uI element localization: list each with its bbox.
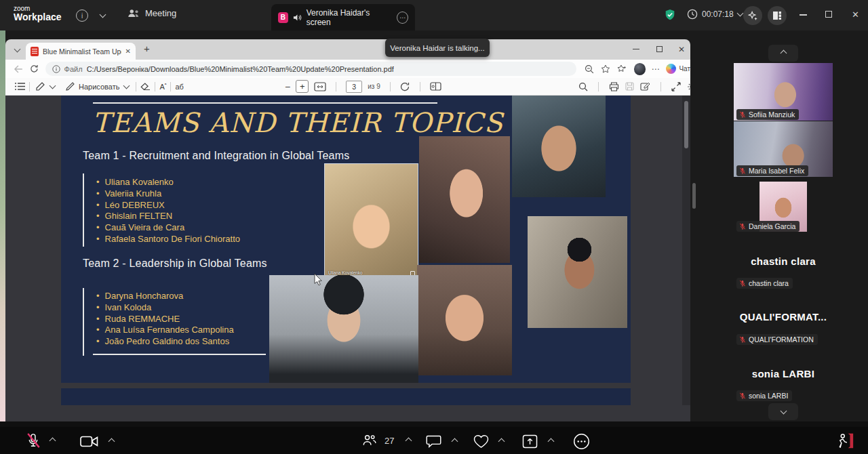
slide-page-4-peek xyxy=(61,388,631,405)
video-options-chevron[interactable] xyxy=(108,438,115,445)
favorite-star-icon[interactable] xyxy=(601,64,610,74)
leave-meeting-button[interactable] xyxy=(835,432,854,452)
photo-woman-selfie xyxy=(419,136,510,263)
zoom-workplace-logo: zoom Workplace xyxy=(14,5,62,22)
copilot-label: Чат xyxy=(679,65,690,73)
mute-control[interactable] xyxy=(26,432,55,449)
back-icon[interactable] xyxy=(14,65,23,73)
read-aloud-button[interactable]: Aᵃ xyxy=(159,82,166,91)
fullscreen-icon[interactable] xyxy=(671,82,681,91)
save-as-icon[interactable] xyxy=(640,82,650,91)
participant-display-name[interactable]: QUALI'FORMAT... xyxy=(732,311,834,323)
chevron-down-icon[interactable] xyxy=(100,12,106,18)
browser-tab-title: Blue Minimalist Team Update Pres xyxy=(43,47,121,56)
tab-meeting[interactable]: Meeting xyxy=(127,8,176,18)
chat-options-chevron[interactable] xyxy=(452,438,458,445)
refresh-icon[interactable] xyxy=(30,64,39,73)
draw-pen-icon[interactable] xyxy=(66,82,75,91)
video-control[interactable] xyxy=(80,436,114,447)
pdf-toolbar: Нарисовать Aᵃ аб − + 3 из 9 xyxy=(5,78,690,96)
search-icon[interactable] xyxy=(578,82,588,91)
info-icon[interactable]: i xyxy=(76,9,88,22)
pdf-page-input[interactable]: 3 xyxy=(346,81,362,93)
profile-avatar[interactable] xyxy=(634,63,646,75)
page-view-icon[interactable] xyxy=(430,82,441,91)
reactions-control[interactable] xyxy=(473,434,504,449)
maximize-button[interactable] xyxy=(825,11,832,18)
highlighter-chevron-icon[interactable] xyxy=(50,82,56,89)
browser-tab-active[interactable]: Blue Minimalist Team Update Pres ✕ xyxy=(26,43,136,60)
reactions-options-chevron[interactable] xyxy=(498,438,505,445)
browser-minimize-button[interactable] xyxy=(633,49,639,49)
minimize-button[interactable] xyxy=(800,14,807,16)
list-item: Rafaela Santoro De Fiori Chioratto xyxy=(96,234,240,245)
muted-mic-icon xyxy=(26,432,41,449)
participant-display-name[interactable]: sonia LARBI xyxy=(732,368,834,379)
copilot-button[interactable]: Чат xyxy=(666,64,690,74)
text-tool-button[interactable]: аб xyxy=(175,83,183,91)
print-icon[interactable] xyxy=(609,82,619,91)
page-info-icon[interactable] xyxy=(52,65,60,73)
team1-heading: Team 1 - Recruitment and Integration in … xyxy=(83,150,349,162)
draw-tool-label[interactable]: Нарисовать xyxy=(79,83,119,91)
participants-options-chevron[interactable] xyxy=(406,437,412,444)
toc-icon[interactable] xyxy=(15,83,25,91)
zoom-control-bar: 27 xyxy=(0,427,868,454)
tab-search-chevron-icon[interactable] xyxy=(14,46,21,53)
people-icon xyxy=(127,9,140,18)
mute-options-chevron[interactable] xyxy=(50,438,56,445)
tab-close-icon[interactable]: ✕ xyxy=(125,47,131,55)
more-control[interactable] xyxy=(573,433,590,453)
clock-icon xyxy=(687,9,698,20)
meeting-timer[interactable]: 00:07:18 xyxy=(687,9,743,20)
share-screen-control[interactable] xyxy=(522,434,553,449)
chat-bubble-icon xyxy=(426,435,441,448)
participants-scroll-down-button[interactable] xyxy=(768,403,798,420)
zoom-out-page-icon[interactable] xyxy=(585,64,594,74)
close-button[interactable]: ✕ xyxy=(852,9,859,20)
pdf-zoom-out-button[interactable]: − xyxy=(285,81,290,92)
team1-rule xyxy=(83,173,84,247)
highlighter-icon[interactable] xyxy=(35,82,45,91)
list-item: Cauã Vieira de Cara xyxy=(96,222,240,234)
pdf-content-area[interactable]: TEAMS AND THEIR TOPICS Team 1 - Recruitm… xyxy=(5,96,690,405)
desktop-edge xyxy=(0,30,5,427)
panel-scrollbar-thumb[interactable] xyxy=(692,183,696,209)
draw-chevron-icon[interactable] xyxy=(123,82,130,89)
collections-icon[interactable] xyxy=(617,64,627,74)
security-shield-icon[interactable] xyxy=(664,9,676,21)
browser-close-button[interactable]: ✕ xyxy=(678,45,685,54)
muted-mic-icon xyxy=(739,280,746,287)
pdf-scrollbar[interactable] xyxy=(682,96,690,405)
participant-display-name[interactable]: chastin clara xyxy=(732,255,834,267)
list-item: Ana Luísa Fernandes Campolina xyxy=(96,325,234,336)
heart-icon xyxy=(473,434,490,449)
eraser-icon[interactable] xyxy=(140,83,151,91)
pdf-file-icon xyxy=(31,47,39,56)
scrollbar-thumb[interactable] xyxy=(684,101,688,148)
participant-name-label: Daniela Garcia xyxy=(736,221,800,232)
fit-width-icon[interactable] xyxy=(314,82,326,91)
list-item: Ruda REMMACHE xyxy=(96,314,234,325)
participants-control[interactable]: 27 xyxy=(361,434,411,447)
url-field[interactable]: Файл C:/Users/Вероніка/Downloads/Blue%20… xyxy=(45,62,577,76)
speaker-icon xyxy=(293,14,302,22)
ai-companion-button[interactable] xyxy=(743,6,762,25)
new-tab-button[interactable]: + xyxy=(144,43,150,54)
tab-options-icon[interactable]: ⋯ xyxy=(397,12,408,24)
leave-door-icon xyxy=(835,432,854,449)
photo-man-glasses xyxy=(512,96,606,197)
rotate-icon[interactable] xyxy=(400,82,410,91)
muted-mic-icon xyxy=(739,167,746,174)
chat-control[interactable] xyxy=(426,435,457,448)
view-layout-button[interactable] xyxy=(768,6,787,25)
recording-badge: B xyxy=(278,12,288,23)
participants-scroll-up-button[interactable] xyxy=(768,45,798,62)
settings-gear-icon[interactable] xyxy=(687,82,690,91)
url-text: C:/Users/Вероніка/Downloads/Blue%20Minim… xyxy=(87,65,394,73)
pdf-zoom-in-button[interactable]: + xyxy=(296,80,309,93)
browser-maximize-button[interactable] xyxy=(656,46,663,52)
share-options-chevron[interactable] xyxy=(548,438,555,445)
browser-menu-icon[interactable]: ⋯ xyxy=(651,64,659,74)
tab-shared-screen[interactable]: B Veronika Haidar's screen ⋯ xyxy=(271,4,415,30)
